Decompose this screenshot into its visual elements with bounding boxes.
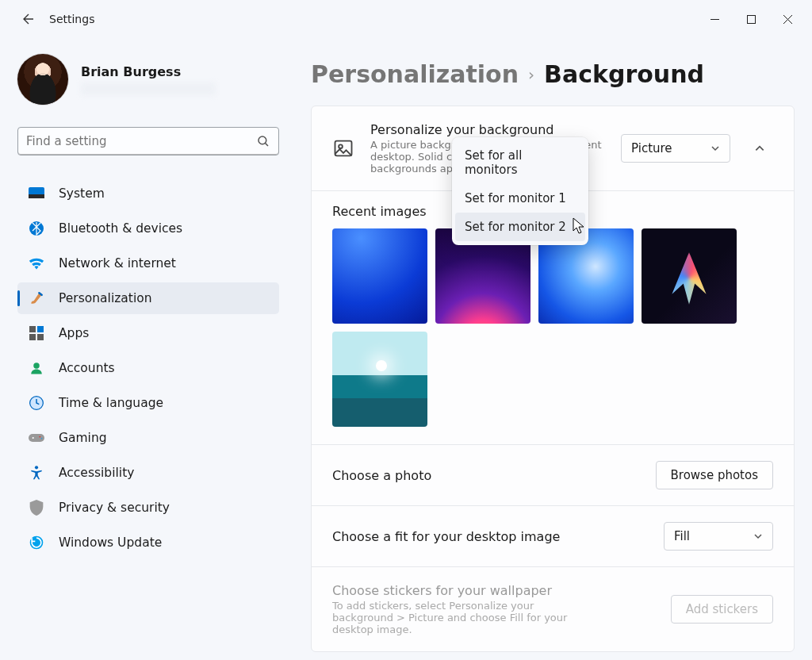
search-icon [256,134,270,148]
maximize-icon [747,15,756,24]
main-content: Personalization › Background Personalize… [284,38,812,660]
personalize-heading: Personalize your background [370,122,605,137]
nav-label: Windows Update [59,535,162,550]
breadcrumb: Personalization › Background [311,60,795,88]
choose-fit-section: Choose a fit for your desktop image Fill [312,505,794,566]
svg-rect-5 [29,326,36,332]
clock-globe-icon [29,395,44,411]
nav-windows-update[interactable]: Windows Update [17,527,279,558]
search-box[interactable] [17,127,279,155]
arrow-left-icon [21,12,36,26]
user-block[interactable]: Brian Burgess [17,54,284,105]
nav-gaming[interactable]: Gaming [17,422,279,454]
window-controls [696,3,806,35]
context-menu: Set for all monitors Set for monitor 1 S… [452,137,588,245]
svg-point-16 [35,466,38,469]
recent-image-1[interactable] [332,228,427,324]
minimize-icon [710,15,719,24]
nav-label: Bluetooth & devices [59,221,182,236]
nav-label: Personalization [59,291,152,305]
svg-rect-6 [37,326,44,332]
minimize-button[interactable] [696,3,733,35]
nav-list: System Bluetooth & devices Network & int… [17,175,284,562]
accounts-icon [29,360,44,376]
wifi-icon [29,255,44,271]
svg-rect-8 [37,334,44,340]
close-button[interactable] [769,3,806,35]
svg-point-19 [339,144,343,148]
menu-set-all-monitors[interactable]: Set for all monitors [455,141,585,184]
recent-image-4[interactable] [642,228,737,324]
svg-rect-0 [747,15,755,23]
svg-point-15 [41,438,43,439]
nav-personalization[interactable]: Personalization [17,282,279,314]
add-stickers-button: Add stickers [671,595,773,624]
chevron-down-icon [710,144,720,153]
update-icon [29,535,44,551]
svg-point-14 [39,436,40,438]
nav-label: Network & internet [59,256,176,271]
close-icon [783,15,792,24]
nav-label: Apps [59,326,89,340]
stickers-heading: Choose stickers for your wallpaper [332,583,655,598]
sidebar: Brian Burgess System Bluetooth & devices… [0,38,284,660]
recent-image-5[interactable] [332,332,427,427]
paintbrush-icon [29,290,44,306]
chevron-right-icon: › [528,65,534,84]
bluetooth-icon [29,221,44,236]
svg-point-1 [259,136,266,144]
shield-icon [29,500,44,516]
svg-rect-12 [29,434,44,442]
background-type-dropdown[interactable]: Picture [621,134,730,163]
stickers-sub: To add stickers, select Personalize your… [332,600,578,635]
dropdown-value: Fill [674,529,690,543]
accessibility-icon [29,465,44,481]
titlebar: Settings [0,0,812,38]
picture-icon [332,137,354,159]
nav-time-language[interactable]: Time & language [17,387,279,419]
menu-set-monitor-2[interactable]: Set for monitor 2 [455,213,585,241]
nav-accessibility[interactable]: Accessibility [17,457,279,489]
search-input[interactable] [26,134,256,148]
choose-photo-heading: Choose a photo [332,468,640,483]
svg-point-9 [33,363,40,369]
nav-system[interactable]: System [17,178,279,209]
system-icon [29,186,44,201]
app-title: Settings [49,13,94,25]
browse-photos-button[interactable]: Browse photos [656,461,773,489]
recent-thumbnails [332,228,773,427]
menu-set-monitor-1[interactable]: Set for monitor 1 [455,184,585,213]
nav-label: Privacy & security [59,501,170,515]
breadcrumb-parent[interactable]: Personalization [311,60,519,88]
nav-label: Time & language [59,396,163,410]
svg-rect-3 [29,194,44,198]
chevron-down-icon [753,531,763,541]
breadcrumb-current: Background [544,60,704,88]
user-name: Brian Burgess [81,64,216,79]
nav-label: System [59,186,105,201]
nav-privacy[interactable]: Privacy & security [17,492,279,524]
user-email-hidden [81,82,216,95]
svg-rect-7 [29,334,36,340]
nav-network[interactable]: Network & internet [17,248,279,279]
gaming-icon [29,430,44,446]
nav-label: Accessibility [59,466,134,480]
apps-icon [29,325,44,341]
chevron-up-icon [754,143,765,154]
collapse-button[interactable] [746,135,773,162]
avatar [17,54,68,105]
choose-photo-section: Choose a photo Browse photos [312,444,794,505]
back-button[interactable] [17,8,40,30]
nav-apps[interactable]: Apps [17,317,279,349]
stickers-section: Choose stickers for your wallpaper To ad… [312,566,794,651]
dropdown-value: Picture [631,141,672,155]
nav-accounts[interactable]: Accounts [17,352,279,384]
svg-point-13 [33,437,34,439]
choose-fit-heading: Choose a fit for your desktop image [332,529,648,544]
fit-dropdown[interactable]: Fill [664,522,773,551]
nav-label: Accounts [59,361,115,375]
nav-bluetooth[interactable]: Bluetooth & devices [17,213,279,244]
maximize-button[interactable] [733,3,769,35]
nav-label: Gaming [59,431,107,445]
